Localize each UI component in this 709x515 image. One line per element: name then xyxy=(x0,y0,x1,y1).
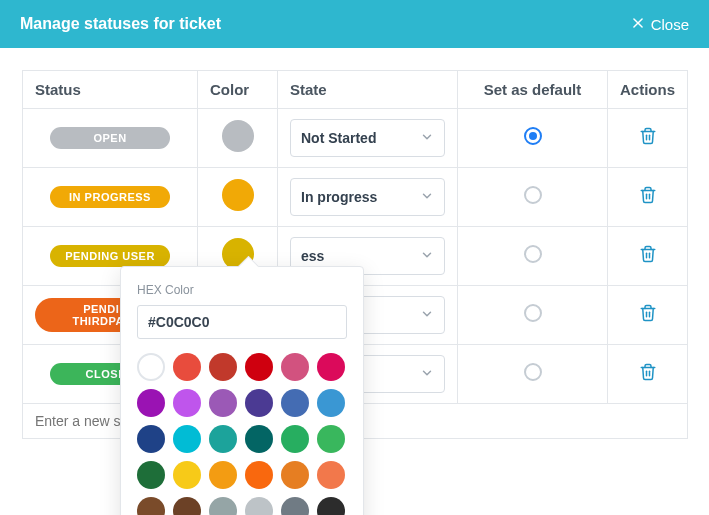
picker-swatch[interactable] xyxy=(281,389,309,417)
picker-swatch[interactable] xyxy=(137,461,165,489)
picker-swatch[interactable] xyxy=(173,389,201,417)
picker-swatch[interactable] xyxy=(137,497,165,515)
picker-swatch[interactable] xyxy=(245,425,273,453)
picker-label: HEX Color xyxy=(137,283,347,297)
picker-swatch[interactable] xyxy=(173,497,201,515)
picker-swatch[interactable] xyxy=(317,389,345,417)
col-status: Status xyxy=(23,71,198,109)
picker-swatch[interactable] xyxy=(209,389,237,417)
delete-button[interactable] xyxy=(639,186,657,204)
picker-swatch[interactable] xyxy=(245,353,273,381)
chevron-down-icon xyxy=(420,189,434,206)
table-row: IN PROGRESSIn progress xyxy=(23,168,688,227)
default-radio[interactable] xyxy=(524,127,542,145)
delete-button[interactable] xyxy=(639,245,657,263)
default-radio[interactable] xyxy=(524,245,542,263)
status-badge: PENDING USER xyxy=(50,245,170,267)
picker-swatch[interactable] xyxy=(209,497,237,515)
chevron-down-icon xyxy=(420,248,434,265)
picker-swatch[interactable] xyxy=(317,353,345,381)
col-color: Color xyxy=(198,71,278,109)
picker-swatch[interactable] xyxy=(137,353,165,381)
col-actions: Actions xyxy=(608,71,688,109)
col-state: State xyxy=(278,71,458,109)
state-value: In progress xyxy=(301,189,377,205)
picker-swatch[interactable] xyxy=(245,497,273,515)
picker-swatch[interactable] xyxy=(245,389,273,417)
picker-swatch[interactable] xyxy=(317,425,345,453)
status-badge: IN PROGRESS xyxy=(50,186,170,208)
state-value: ess xyxy=(301,248,324,264)
picker-swatch[interactable] xyxy=(281,425,309,453)
color-swatch[interactable] xyxy=(222,120,254,152)
picker-swatch[interactable] xyxy=(137,425,165,453)
chevron-down-icon xyxy=(420,366,434,383)
swatch-grid xyxy=(137,353,347,515)
modal-header: Manage statuses for ticket Close xyxy=(0,0,709,48)
picker-swatch[interactable] xyxy=(209,461,237,489)
picker-swatch[interactable] xyxy=(137,389,165,417)
picker-swatch[interactable] xyxy=(317,497,345,515)
hex-color-input[interactable] xyxy=(137,305,347,339)
picker-swatch[interactable] xyxy=(173,353,201,381)
picker-swatch[interactable] xyxy=(173,425,201,453)
picker-swatch[interactable] xyxy=(281,461,309,489)
picker-swatch[interactable] xyxy=(281,497,309,515)
picker-swatch[interactable] xyxy=(209,425,237,453)
delete-button[interactable] xyxy=(639,363,657,381)
chevron-down-icon xyxy=(420,130,434,147)
close-label: Close xyxy=(651,16,689,33)
close-icon xyxy=(631,16,645,33)
delete-button[interactable] xyxy=(639,127,657,145)
table-row: OPENNot Started xyxy=(23,109,688,168)
state-select[interactable]: In progress xyxy=(290,178,445,216)
delete-button[interactable] xyxy=(639,304,657,322)
picker-swatch[interactable] xyxy=(173,461,201,489)
color-swatch[interactable] xyxy=(222,179,254,211)
picker-swatch[interactable] xyxy=(281,353,309,381)
status-badge: OPEN xyxy=(50,127,170,149)
close-button[interactable]: Close xyxy=(631,16,689,33)
state-value: Not Started xyxy=(301,130,376,146)
default-radio[interactable] xyxy=(524,186,542,204)
modal-title: Manage statuses for ticket xyxy=(20,15,221,33)
state-select[interactable]: Not Started xyxy=(290,119,445,157)
default-radio[interactable] xyxy=(524,363,542,381)
col-default: Set as default xyxy=(458,71,608,109)
color-picker-popover: HEX Color xyxy=(120,266,364,515)
picker-swatch[interactable] xyxy=(317,461,345,489)
default-radio[interactable] xyxy=(524,304,542,322)
picker-swatch[interactable] xyxy=(245,461,273,489)
picker-swatch[interactable] xyxy=(209,353,237,381)
chevron-down-icon xyxy=(420,307,434,324)
content: Status Color State Set as default Action… xyxy=(0,48,709,439)
